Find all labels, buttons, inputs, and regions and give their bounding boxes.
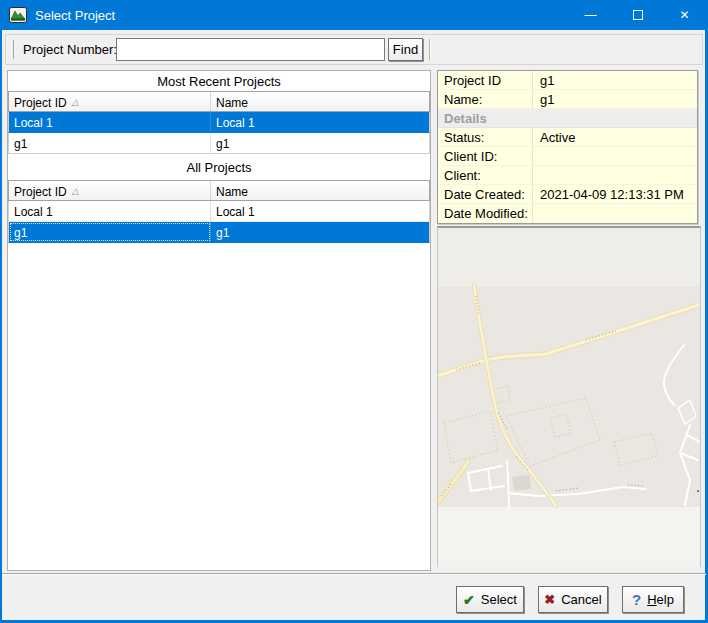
footer-divider (2, 573, 706, 575)
project-details-panel: Project ID g1 Name: g1 Details Status: A… (437, 70, 698, 224)
question-mark-icon: ? (632, 591, 641, 608)
all-projects-title: All Projects (8, 160, 430, 175)
close-button[interactable]: ✕ (661, 0, 708, 30)
toolbar-grip-handle[interactable] (11, 40, 14, 59)
detail-row-project-id: Project ID g1 (438, 71, 697, 90)
recent-projects-table: Project ID △ Name Local 1 Local 1 g1 g1 (8, 91, 430, 154)
titlebar[interactable]: Select Project — ✕ (0, 0, 708, 30)
all-row-local1[interactable]: Local 1 Local 1 (8, 201, 430, 222)
recent-projects-title: Most Recent Projects (8, 74, 430, 89)
all-row-g1[interactable]: g1 g1 (8, 222, 430, 243)
detail-row-client: Client: (438, 166, 697, 185)
recent-row-g1[interactable]: g1 g1 (8, 133, 430, 154)
help-underline: H (647, 592, 656, 607)
window-title: Select Project (35, 8, 115, 23)
minimize-button[interactable]: — (567, 0, 614, 30)
project-number-label: Project Number: (23, 42, 117, 57)
x-icon: ✖ (544, 592, 555, 607)
detail-row-date-modified: Date Modified: (438, 204, 697, 223)
app-logo-icon (9, 7, 27, 23)
all-projects-table: Project ID △ Name Local 1 Local 1 g1 g1 (8, 180, 430, 243)
toolbar-separator (429, 39, 431, 60)
maximize-icon (633, 10, 643, 20)
detail-row-name: Name: g1 (438, 90, 697, 109)
all-header-name[interactable]: Name (211, 181, 429, 200)
all-header-project-id[interactable]: Project ID △ (9, 181, 211, 200)
recent-header-project-id[interactable]: Project ID △ (9, 92, 211, 111)
map-image (438, 228, 700, 567)
detail-row-status: Status: Active (438, 128, 697, 147)
project-map-preview (437, 226, 701, 567)
help-button[interactable]: ? Help (622, 586, 684, 613)
minimize-icon: — (585, 8, 597, 22)
sort-ascending-icon: △ (70, 185, 81, 200)
search-toolbar: Project Number: Find (5, 34, 703, 65)
find-button[interactable]: Find (388, 38, 423, 61)
close-icon: ✕ (679, 8, 689, 22)
select-project-dialog: Select Project — ✕ Project Number: Find … (0, 0, 708, 623)
window-border-left (0, 30, 2, 623)
recent-row-local1[interactable]: Local 1 Local 1 (8, 112, 430, 133)
detail-group-header: Details (438, 109, 697, 128)
detail-row-client-id: Client ID: (438, 147, 697, 166)
select-button[interactable]: ✔ Select (456, 586, 524, 613)
project-lists-panel: Most Recent Projects Project ID △ Name L… (7, 70, 431, 571)
detail-row-date-created: Date Created: 2021-04-09 12:13:31 PM (438, 185, 697, 204)
recent-header-name[interactable]: Name (211, 92, 429, 111)
project-number-input[interactable] (116, 38, 385, 61)
cancel-button[interactable]: ✖ Cancel (538, 586, 608, 613)
check-icon: ✔ (463, 592, 475, 608)
sort-ascending-icon: △ (70, 96, 81, 111)
maximize-button[interactable] (614, 0, 661, 30)
